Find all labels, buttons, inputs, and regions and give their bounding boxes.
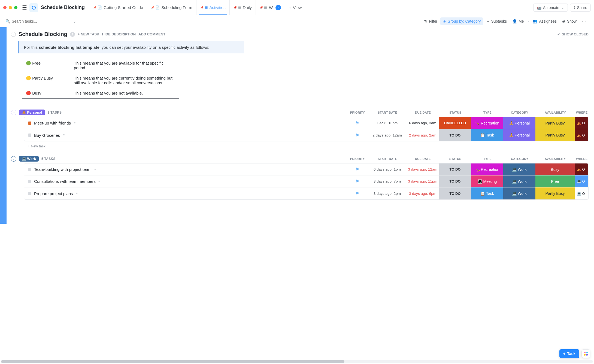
col-priority[interactable]: PRIORITY [347,111,368,114]
close-window-icon[interactable] [3,6,7,9]
tab-daily[interactable]: 📌 ▦ Daily [229,0,256,15]
priority-cell[interactable]: ⚑ [346,175,368,187]
priority-cell[interactable]: ⚑ [346,117,368,129]
type-cell[interactable]: 🤸 Recreation [471,163,503,175]
type-cell[interactable]: 👪 Meeting [471,175,503,187]
due-date-cell[interactable]: 3 days ago, 12am [406,163,439,175]
search-input[interactable] [12,19,66,23]
add-view-button[interactable]: + View [285,0,305,15]
col-due-date[interactable]: DUE DATE [407,111,439,114]
tabs-overflow-icon[interactable]: › [275,5,281,10]
col-type[interactable]: TYPE [471,157,504,160]
hide-description-button[interactable]: HIDE DESCRIPTION [102,32,136,36]
task-status-square-icon[interactable] [28,192,31,195]
where-cell[interactable]: ⛺ O [575,117,588,129]
show-button[interactable]: ◉ Show [559,17,579,25]
add-comment-button[interactable]: ADD COMMENT [138,32,165,36]
status-cell[interactable]: TO DO [439,187,471,199]
status-cell[interactable]: TO DO [439,129,471,141]
start-date-cell[interactable]: 3 days ago, 2pm [368,187,406,199]
new-task-link[interactable]: + New task [11,141,589,148]
task-status-square-icon[interactable] [28,168,31,171]
category-cell[interactable]: 💻 Work [503,175,535,187]
status-cell[interactable]: TO DO [439,163,471,175]
task-description-icon[interactable]: ≡ [98,180,100,183]
task-status-square-icon[interactable] [28,134,31,137]
col-type[interactable]: TYPE [471,111,504,114]
col-start-date[interactable]: START DATE [368,111,407,114]
task-row[interactable]: Team-building with project team ≡ ⚑ 6 da… [24,163,588,175]
priority-cell[interactable]: ⚑ [346,163,368,175]
availability-cell[interactable]: Partly Busy [535,187,575,199]
new-task-button[interactable]: + NEW TASK [78,32,99,36]
minimize-window-icon[interactable] [9,6,12,9]
where-cell[interactable]: 💻 O [575,175,588,187]
due-date-cell[interactable]: 2 days ago, 2am [406,129,439,141]
col-where[interactable]: WHERE [575,111,589,114]
type-cell[interactable]: 🤸 Recreation [471,117,503,129]
type-cell[interactable]: 📋 Task [471,129,503,141]
col-status[interactable]: STATUS [439,111,471,114]
category-cell[interactable]: 🧘 Personal [503,117,535,129]
task-name[interactable]: Team-building with project team [34,167,92,172]
me-button[interactable]: 👤 Me [510,17,526,25]
status-cell[interactable]: TO DO [439,175,471,187]
start-date-cell[interactable]: 2 days ago, 12am [368,129,406,141]
subtasks-button[interactable]: ⤷ Subtasks [483,17,510,25]
task-description-icon[interactable]: ≡ [63,133,65,137]
show-closed-button[interactable]: ✓ SHOW CLOSED [557,32,589,36]
tab-w[interactable]: 📌 ▦ W › [256,0,285,15]
start-date-cell[interactable]: 6 days ago, 1pm [368,163,406,175]
col-category[interactable]: CATEGORY [504,111,536,114]
availability-cell[interactable]: Partly Busy [535,129,575,141]
col-availability[interactable]: AVAILABILITY [536,157,575,160]
tab-activities[interactable]: 📌 ☰ Activities [196,0,229,15]
where-cell[interactable]: ⛺ O [575,163,588,175]
group-collapse-icon[interactable]: ⌄ [11,156,16,162]
priority-cell[interactable]: ⚑ [346,187,368,199]
start-date-cell[interactable]: Dec 6, 10pm [368,117,406,129]
where-cell[interactable]: 💻 O [575,187,588,199]
share-button[interactable]: ⤴ Share [570,4,591,12]
task-row[interactable]: Prepare project plans ≡ ⚑ 3 days ago, 2p… [24,187,588,199]
task-row[interactable]: Buy Groceries ≡ ⚑ 2 days ago, 12am 2 day… [24,129,588,141]
app-logo[interactable] [29,3,38,12]
task-name[interactable]: Buy Groceries [34,133,60,138]
assignees-button[interactable]: 👥 Assignees [530,17,559,25]
task-row[interactable]: Meet-up with friends ≡ ⚑ Dec 6, 10pm 6 d… [24,117,588,129]
category-cell[interactable]: 💻 Work [503,163,535,175]
task-description-icon[interactable]: ≡ [76,192,78,195]
task-name[interactable]: Consultations with team members [34,179,96,184]
task-status-square-icon[interactable] [28,122,31,125]
col-where[interactable]: WHERE [575,157,589,160]
hamburger-icon[interactable]: ☰ [21,4,28,11]
group-collapse-icon[interactable]: ⌄ [11,110,16,115]
col-category[interactable]: CATEGORY [504,157,536,160]
due-date-cell[interactable]: 3 days ago, 6pm [406,187,439,199]
status-cell[interactable]: CANCELLED [439,117,471,129]
category-cell[interactable]: 💻 Work [503,187,535,199]
automate-button[interactable]: 🤖 Automate ⌄ [533,4,568,12]
start-date-cell[interactable]: 3 days ago, 7pm [368,175,406,187]
task-description-icon[interactable]: ≡ [74,121,75,125]
category-cell[interactable]: 🧘 Personal [503,129,535,141]
task-description-icon[interactable]: ≡ [94,168,96,171]
col-priority[interactable]: PRIORITY [347,157,368,160]
col-status[interactable]: STATUS [439,157,471,160]
col-availability[interactable]: AVAILABILITY [536,111,575,114]
filter-button[interactable]: ⚗ Filter [421,17,440,25]
chevron-down-icon[interactable]: ⌄ [73,19,76,23]
tab-scheduling-form[interactable]: 📌 📄 Scheduling Form [147,0,196,15]
due-date-cell[interactable]: 3 days ago, 11pm [406,175,439,187]
task-name[interactable]: Meet-up with friends [34,121,71,125]
availability-cell[interactable]: Busy [535,163,575,175]
collapse-section-icon[interactable]: ⌄ [11,32,16,37]
groupby-button[interactable]: ◈ Group by: Category [440,17,483,25]
maximize-window-icon[interactable] [14,6,17,9]
task-name[interactable]: Prepare project plans [34,191,73,196]
col-start-date[interactable]: START DATE [368,157,407,160]
type-cell[interactable]: 📋 Task [471,187,503,199]
group-badge[interactable]: 💻 Work [19,156,39,162]
priority-cell[interactable]: ⚑ [346,129,368,141]
due-date-cell[interactable]: 6 days ago, 3am [406,117,439,129]
